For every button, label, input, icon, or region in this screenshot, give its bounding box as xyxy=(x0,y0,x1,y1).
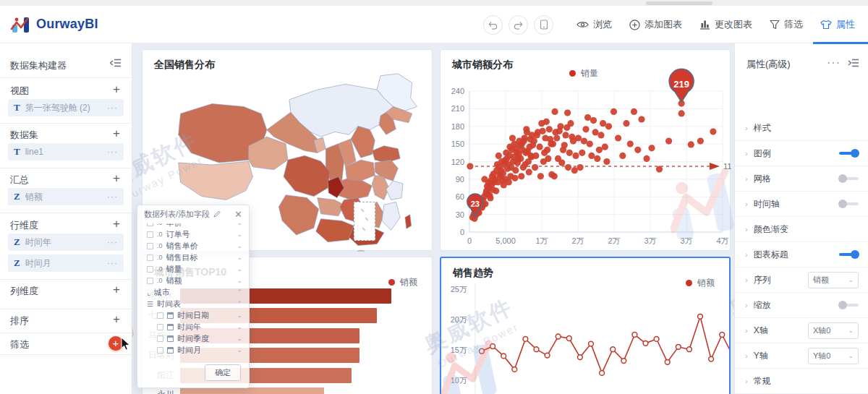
chevron-right-icon[interactable]: › xyxy=(745,377,748,385)
field-row-销售目标[interactable]: .0销售目标⌄ xyxy=(137,252,249,263)
toggle-时间轴[interactable] xyxy=(839,202,859,205)
toggle-网格[interactable] xyxy=(839,177,859,180)
chevron-right-icon[interactable]: › xyxy=(745,326,748,335)
select-序列[interactable]: 销额⌄ xyxy=(808,272,859,288)
field-row-时间季度[interactable]: 时间季度⌄ xyxy=(137,333,249,344)
prop-row-缩放[interactable]: ›缩放 xyxy=(735,293,868,318)
checkbox[interactable] xyxy=(147,266,153,273)
chevron-down-icon[interactable]: ⌄ xyxy=(237,323,242,330)
chevron-down-icon[interactable]: ⌄ xyxy=(237,231,242,238)
field-row-销量[interactable]: .0销量⌄ xyxy=(137,263,249,275)
chevron-down-icon[interactable]: ⌄ xyxy=(237,254,242,261)
chevron-right-icon[interactable]: › xyxy=(745,149,748,158)
chevron-right-icon[interactable]: › xyxy=(745,174,748,183)
chevron-down-icon[interactable]: ⌄ xyxy=(237,335,242,342)
field-more-icon[interactable]: ··· xyxy=(107,103,118,113)
change-chart-button[interactable]: 更改图表 xyxy=(699,18,752,31)
checkbox[interactable] xyxy=(147,254,153,261)
field-more-icon[interactable]: ··· xyxy=(107,237,118,247)
prop-row-图表标题[interactable]: ›图表标题 xyxy=(735,242,868,267)
prop-row-样式[interactable]: ›样式 xyxy=(735,116,868,141)
toggle-图表标题[interactable] xyxy=(839,253,859,256)
bar-legend[interactable]: 销额 xyxy=(388,276,417,288)
field-more-icon[interactable]: ··· xyxy=(107,258,118,268)
toggle-图例[interactable] xyxy=(839,152,859,155)
field-row-销额[interactable]: .0销额⌄ xyxy=(137,275,249,286)
add-数据集-button[interactable]: + xyxy=(110,127,123,140)
checkbox[interactable] xyxy=(147,243,153,249)
prop-row-网格[interactable]: ›网格 xyxy=(735,166,868,192)
chevron-right-icon[interactable]: › xyxy=(745,275,748,284)
scatter-legend[interactable]: 销量 xyxy=(569,67,598,80)
field-more-icon[interactable]: ··· xyxy=(107,147,118,157)
chevron-down-icon[interactable]: ⌄ xyxy=(237,242,242,249)
mobile-preview-button[interactable] xyxy=(534,15,553,35)
add-筛选-button[interactable]: + xyxy=(109,336,123,351)
line-legend[interactable]: 销额 xyxy=(686,277,715,289)
chevron-down-icon[interactable]: ⌄ xyxy=(237,312,242,319)
checkbox[interactable] xyxy=(157,335,163,342)
add-排序-button[interactable]: + xyxy=(110,313,123,325)
chevron-down-icon[interactable]: ⌄ xyxy=(237,223,242,226)
add-视图-button[interactable]: + xyxy=(110,83,123,95)
filter-button[interactable]: 筛选 xyxy=(770,18,803,31)
field-row-时间日期[interactable]: 时间日期⌄ xyxy=(137,309,249,321)
toggle-缩放[interactable] xyxy=(839,304,859,307)
chevron-up-icon[interactable]: ⌃ xyxy=(237,288,242,296)
field-row-单价[interactable]: .0单价⌄ xyxy=(137,223,249,228)
chevron-right-icon[interactable]: › xyxy=(745,200,748,208)
checkbox[interactable] xyxy=(157,312,163,319)
checkbox[interactable] xyxy=(157,324,163,330)
prop-row-序列[interactable]: ›序列销额⌄ xyxy=(735,267,868,293)
add-列维度-button[interactable]: + xyxy=(110,283,123,296)
field-row-时间表[interactable]: ☰时间表⌃ xyxy=(137,298,249,309)
chevron-down-icon[interactable]: ⌄ xyxy=(237,346,242,354)
dialog-ok-button[interactable]: 确定 xyxy=(205,364,241,381)
add-汇总-button[interactable]: + xyxy=(110,172,123,184)
prop-row-X轴[interactable]: ›X轴X轴0⌄ xyxy=(735,318,868,343)
field-chip-line1[interactable]: Tline1··· xyxy=(8,143,124,160)
collapse-sidebar-icon[interactable] xyxy=(110,58,122,71)
chevron-right-icon[interactable]: › xyxy=(745,225,748,234)
chevron-right-icon[interactable]: › xyxy=(745,351,748,360)
collapse-panel-icon[interactable] xyxy=(848,58,859,68)
chevron-right-icon[interactable]: › xyxy=(745,301,748,309)
field-chip-时间年[interactable]: Z时间年··· xyxy=(8,234,124,251)
properties-button[interactable]: 属性 xyxy=(820,18,855,31)
chevron-right-icon[interactable]: › xyxy=(745,124,748,132)
field-row-时间月[interactable]: 时间月⌄ xyxy=(137,344,249,356)
add-chart-button[interactable]: 添加图表 xyxy=(629,18,682,31)
field-row-订单号[interactable]: .0订单号⌄ xyxy=(137,228,249,240)
field-more-icon[interactable]: ··· xyxy=(107,192,118,202)
prop-row-Y轴[interactable]: ›Y轴Y轴0⌄ xyxy=(735,343,868,369)
line-chart-panel[interactable]: 销售趋势 销额 10万15万20万25万 xyxy=(440,257,731,394)
undo-button[interactable] xyxy=(483,15,503,35)
add-行维度-button[interactable]: + xyxy=(110,218,123,230)
prop-row-常规[interactable]: ›常规 xyxy=(735,369,868,394)
checkbox[interactable] xyxy=(147,231,153,238)
app-logo[interactable]: OurwayBI xyxy=(10,13,98,35)
scatter-chart-panel[interactable]: 城市销额分布 销量 030609012015018021024005,0001万… xyxy=(440,49,731,251)
field-chip-第一张驾驶舱 (2)[interactable]: T第一张驾驶舱 (2)··· xyxy=(8,99,124,116)
chevron-right-icon[interactable]: › xyxy=(745,250,748,259)
prop-row-图例[interactable]: ›图例 xyxy=(735,141,868,166)
checkbox[interactable] xyxy=(147,278,153,284)
prop-row-时间轴[interactable]: ›时间轴 xyxy=(735,192,868,217)
select-X轴[interactable]: X轴0⌄ xyxy=(808,322,859,339)
checkbox[interactable] xyxy=(147,223,153,226)
field-row-城市[interactable]: ⌞城市⌃ xyxy=(137,286,249,298)
browse-button[interactable]: 浏览 xyxy=(576,18,612,31)
field-row-时间年[interactable]: 时间年⌄ xyxy=(137,321,249,333)
prop-row-颜色渐变[interactable]: ›颜色渐变 xyxy=(735,217,868,242)
field-row-销售单价[interactable]: .0销售单价⌄ xyxy=(137,240,249,252)
dialog-close-icon[interactable]: ✕ xyxy=(234,209,242,220)
chevron-down-icon[interactable]: ⌄ xyxy=(237,277,242,284)
chevron-down-icon[interactable]: ⌄ xyxy=(237,265,242,273)
select-Y轴[interactable]: Y轴0⌄ xyxy=(808,348,859,364)
more-options-icon[interactable]: ··· xyxy=(827,56,841,69)
field-chip-时间月[interactable]: Z时间月··· xyxy=(8,254,124,272)
redo-button[interactable] xyxy=(509,15,528,35)
chevron-up-icon[interactable]: ⌃ xyxy=(237,300,242,307)
field-chip-销额[interactable]: Z销额··· xyxy=(8,188,124,205)
checkbox[interactable] xyxy=(157,347,163,354)
